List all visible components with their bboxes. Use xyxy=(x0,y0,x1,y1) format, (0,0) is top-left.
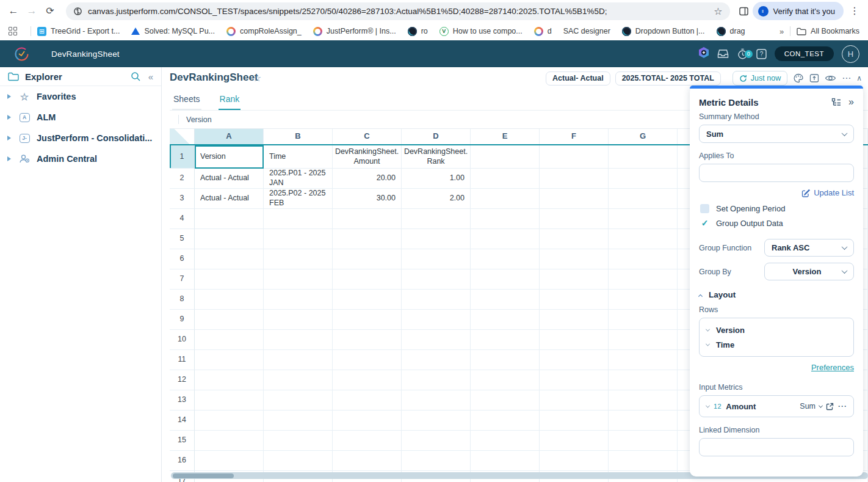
cell-C6[interactable] xyxy=(333,249,402,269)
metric-more-icon[interactable] xyxy=(837,401,847,412)
cell-E15[interactable] xyxy=(471,431,540,451)
cell-D13[interactable] xyxy=(402,390,471,411)
checkbox-checked-icon[interactable] xyxy=(700,218,709,228)
cell-G6[interactable] xyxy=(609,249,678,269)
scrollbar-thumb[interactable] xyxy=(173,473,234,478)
linked-dimension-input[interactable] xyxy=(699,438,854,456)
bookmark-item[interactable]: JustPerform® | Ins... xyxy=(313,27,396,36)
cell-F6[interactable] xyxy=(540,249,609,269)
cell-G1[interactable] xyxy=(609,145,678,169)
cell-F9[interactable] xyxy=(540,310,609,330)
cell-D7[interactable] xyxy=(402,269,471,290)
row-header-10[interactable]: 10 xyxy=(170,330,195,350)
cell-C1[interactable]: DevRankingSheet. Amount xyxy=(333,145,402,169)
verify-button[interactable]: Verify that it's you xyxy=(753,2,844,20)
row-header-11[interactable]: 11 xyxy=(170,350,195,370)
cell-B15[interactable] xyxy=(264,431,333,451)
cell-F7[interactable] xyxy=(540,269,609,290)
cell-E9[interactable] xyxy=(471,310,540,330)
cell-G5[interactable] xyxy=(609,229,678,249)
cell-F12[interactable] xyxy=(540,370,609,390)
cell-D10[interactable] xyxy=(402,330,471,350)
cell-D14[interactable] xyxy=(402,411,471,431)
row-header-2[interactable]: 2 xyxy=(170,169,195,189)
all-bookmarks-label[interactable]: All Bookmarks xyxy=(811,27,859,35)
cell-G2[interactable] xyxy=(609,169,678,189)
sidebar-item-justperform-consolidati[interactable]: J-JustPerform - Consolidati... xyxy=(0,128,161,148)
site-info-icon[interactable] xyxy=(73,7,82,16)
expand-caret-icon[interactable] xyxy=(7,156,11,161)
cell-F14[interactable] xyxy=(540,411,609,431)
expand-caret-icon[interactable] xyxy=(7,94,11,99)
layout-row-time[interactable]: Time xyxy=(706,337,847,352)
cell-C12[interactable] xyxy=(333,370,402,390)
cell-G15[interactable] xyxy=(609,431,678,451)
cell-E1[interactable] xyxy=(471,145,540,169)
cell-A13[interactable] xyxy=(195,390,264,411)
cell-G10[interactable] xyxy=(609,330,678,350)
export-icon[interactable] xyxy=(809,73,819,83)
update-list-link[interactable]: Update List xyxy=(699,188,854,197)
row-header-3[interactable]: 3 xyxy=(170,189,195,209)
bookmark-item[interactable]: SAC designer xyxy=(563,27,610,35)
cell-A5[interactable] xyxy=(195,229,264,249)
tab-rank[interactable]: Rank xyxy=(219,94,241,110)
checkbox-group-output-data[interactable]: Group Output Data xyxy=(699,216,854,230)
cell-D1[interactable]: DevRankingSheet. Rank xyxy=(402,145,471,169)
cell-F1[interactable] xyxy=(540,145,609,169)
browser-menu-icon[interactable] xyxy=(847,5,862,17)
cell-B14[interactable] xyxy=(264,411,333,431)
cell-D16[interactable] xyxy=(402,451,471,471)
applies-to-input[interactable] xyxy=(699,164,854,182)
checkbox-set-opening-period[interactable]: Set Opening Period xyxy=(699,201,854,216)
cell-F2[interactable] xyxy=(540,169,609,189)
cell-A3[interactable]: Actual - Actual xyxy=(195,189,264,209)
cell-G11[interactable] xyxy=(609,350,678,370)
bookmark-item[interactable]: d xyxy=(534,27,552,36)
group-by-select[interactable]: Version xyxy=(764,263,854,280)
cell-D8[interactable] xyxy=(402,290,471,310)
row-header-7[interactable]: 7 xyxy=(170,269,195,290)
corner-cell[interactable] xyxy=(170,129,195,144)
cell-D15[interactable] xyxy=(402,431,471,451)
url-bar[interactable]: canvas.justperform.com/CONSOL_TEST/space… xyxy=(66,2,730,20)
cell-E7[interactable] xyxy=(471,269,540,290)
cell-C8[interactable] xyxy=(333,290,402,310)
cell-E11[interactable] xyxy=(471,350,540,370)
cell-B13[interactable] xyxy=(264,390,333,411)
cell-B8[interactable] xyxy=(264,290,333,310)
cell-B6[interactable] xyxy=(264,249,333,269)
column-header-C[interactable]: C xyxy=(333,129,402,144)
bookmark-item[interactable]: drag xyxy=(717,27,745,36)
bookmark-item[interactable]: ro xyxy=(408,27,428,36)
view-icon[interactable] xyxy=(825,74,836,82)
cell-E13[interactable] xyxy=(471,390,540,411)
cell-F3[interactable] xyxy=(540,189,609,209)
sidebar-item-admin-central[interactable]: Admin Central xyxy=(0,148,161,169)
layout-row-version[interactable]: Version xyxy=(706,323,847,337)
checkbox-unchecked-icon[interactable] xyxy=(700,204,709,213)
collapse-sidebar-icon[interactable] xyxy=(148,71,153,82)
cell-B4[interactable] xyxy=(264,209,333,229)
cell-G7[interactable] xyxy=(609,269,678,290)
cell-G16[interactable] xyxy=(609,451,678,471)
cell-D4[interactable] xyxy=(402,209,471,229)
cell-D11[interactable] xyxy=(402,350,471,370)
app-logo[interactable] xyxy=(13,46,30,62)
cell-G4[interactable] xyxy=(609,209,678,229)
search-icon[interactable] xyxy=(131,71,141,82)
cell-C5[interactable] xyxy=(333,229,402,249)
column-header-B[interactable]: B xyxy=(264,129,333,144)
cell-C4[interactable] xyxy=(333,209,402,229)
expand-caret-icon[interactable] xyxy=(7,115,11,120)
row-header-15[interactable]: 15 xyxy=(170,431,195,451)
row-header-8[interactable]: 8 xyxy=(170,290,195,310)
cell-E10[interactable] xyxy=(471,330,540,350)
sidebar-item-favorites[interactable]: Favorites xyxy=(0,86,161,107)
timer-icon[interactable]: 0 xyxy=(737,48,748,60)
cell-A10[interactable] xyxy=(195,330,264,350)
inbox-tray-icon[interactable] xyxy=(717,49,729,59)
cell-B3[interactable]: 2025.P02 - 2025 FEB xyxy=(264,189,333,209)
bookmark-item[interactable]: Dropdown Button |... xyxy=(622,27,705,36)
cell-B7[interactable] xyxy=(264,269,333,290)
